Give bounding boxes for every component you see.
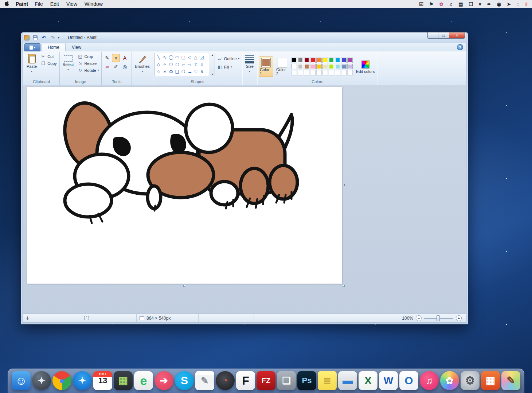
clipboard-menu-icon[interactable]: ❐ bbox=[469, 1, 473, 7]
apple-menu-icon[interactable] bbox=[4, 1, 9, 7]
palette-swatch-empty[interactable] bbox=[310, 70, 316, 75]
skype-dock-icon[interactable]: S bbox=[175, 371, 194, 390]
photoshop-dock-icon[interactable]: Ps bbox=[297, 371, 316, 390]
paste-button[interactable]: Paste ▾ bbox=[25, 53, 38, 74]
font-book-dock-icon[interactable]: F bbox=[236, 371, 255, 390]
redo-button[interactable]: ↷ bbox=[49, 34, 56, 41]
palette-swatch[interactable] bbox=[322, 64, 328, 69]
polygon-shape[interactable]: ◁ bbox=[187, 54, 193, 61]
flag-menu-icon[interactable]: ⚑ bbox=[429, 1, 434, 7]
triangle-shape[interactable]: △ bbox=[193, 54, 199, 61]
palette-swatch[interactable] bbox=[341, 58, 347, 63]
tab-view[interactable]: View bbox=[66, 43, 87, 51]
five-point-star-shape[interactable]: ☆ bbox=[156, 68, 162, 75]
color2-button[interactable]: Color 2 bbox=[275, 57, 290, 77]
image-capture-dock-icon[interactable]: ❏ bbox=[277, 371, 296, 390]
right-triangle-shape[interactable]: ◿ bbox=[199, 54, 205, 61]
display-menu-icon[interactable]: ▤ bbox=[458, 1, 463, 7]
canvas-resize-handle-bottom[interactable] bbox=[183, 285, 185, 287]
palette-swatch[interactable] bbox=[329, 64, 334, 69]
palette-swatch[interactable] bbox=[347, 58, 353, 63]
select-button[interactable]: Select ▾ bbox=[61, 53, 75, 72]
lightning-shape[interactable]: ↯ bbox=[199, 68, 205, 75]
minimize-button[interactable]: – bbox=[427, 32, 438, 39]
palette-swatch[interactable] bbox=[292, 64, 297, 69]
zoom-in-button[interactable]: + bbox=[456, 315, 462, 321]
palette-swatch[interactable] bbox=[292, 58, 297, 63]
crop-button[interactable]: ◱ Crop bbox=[76, 53, 100, 60]
canvas-resize-handle-corner[interactable] bbox=[343, 285, 345, 287]
heart-shape[interactable]: ♡ bbox=[193, 68, 199, 75]
word-dock-icon[interactable]: W bbox=[379, 371, 398, 390]
canvas-resize-handle-right[interactable] bbox=[343, 184, 345, 186]
palette-swatch-empty[interactable] bbox=[298, 70, 303, 75]
palette-swatch-empty[interactable] bbox=[329, 70, 334, 75]
system-preferences-dock-icon[interactable]: ⚙ bbox=[461, 371, 480, 390]
filezilla-dock-icon[interactable]: FZ bbox=[257, 371, 275, 390]
palette-swatch[interactable] bbox=[304, 64, 309, 69]
safari-dock-icon[interactable]: ✦ bbox=[73, 371, 92, 390]
copy-button[interactable]: ❐ Copy bbox=[39, 60, 58, 67]
palette-swatch[interactable] bbox=[335, 58, 340, 63]
six-point-star-shape[interactable]: ✶ bbox=[162, 68, 168, 75]
menu-file[interactable]: File bbox=[35, 1, 43, 7]
palette-swatch[interactable] bbox=[316, 58, 322, 63]
palette-swatch[interactable] bbox=[335, 64, 340, 69]
calculator-dock-icon[interactable]: ▦ bbox=[114, 371, 133, 390]
palette-swatch-empty[interactable] bbox=[341, 70, 347, 75]
fill-tool[interactable]: ▼ bbox=[112, 54, 120, 62]
scroll-down-icon[interactable]: ▼ bbox=[211, 73, 214, 75]
palette-swatch[interactable] bbox=[310, 58, 316, 63]
shapes-gallery-scrollbar[interactable]: ▲ ▼ bbox=[210, 53, 215, 76]
cut-button[interactable]: ✂ Cut bbox=[39, 53, 58, 60]
pinwheel-menu-icon[interactable]: ✿ bbox=[439, 1, 443, 7]
eraser-tool[interactable]: ▰ bbox=[103, 63, 111, 71]
oval-callout-shape[interactable]: ❍ bbox=[180, 68, 187, 75]
ink-menu-icon[interactable]: ✒ bbox=[487, 1, 491, 7]
menu-view[interactable]: View bbox=[66, 1, 77, 7]
scroll-up-icon[interactable]: ▲ bbox=[211, 54, 214, 56]
undo-button[interactable]: ↶ bbox=[40, 34, 47, 41]
evernote-menu-icon[interactable]: ◉ bbox=[497, 1, 501, 7]
file-menu-button[interactable]: ▾ bbox=[24, 43, 40, 51]
hexagon-shape[interactable]: ⬡ bbox=[174, 61, 180, 68]
cursor-menu-icon[interactable]: ➤ bbox=[507, 1, 511, 7]
palette-swatch-empty[interactable] bbox=[335, 70, 340, 75]
up-arrow-shape[interactable]: ⇧ bbox=[193, 61, 199, 68]
left-arrow-shape[interactable]: ⇦ bbox=[180, 61, 187, 68]
rounded-rectangle-shape[interactable]: ▢ bbox=[180, 54, 187, 61]
calendar-dock-icon[interactable]: OCT 13 bbox=[93, 371, 112, 390]
textedit-dock-icon[interactable]: ✎ bbox=[195, 371, 214, 390]
palette-swatch[interactable] bbox=[298, 64, 303, 69]
curve-shape[interactable]: ∿ bbox=[162, 54, 168, 61]
volume-menu-icon[interactable]: ♫ bbox=[449, 1, 453, 7]
help-button[interactable]: ? bbox=[457, 44, 463, 50]
palette-swatch[interactable] bbox=[322, 58, 328, 63]
palette-swatch[interactable] bbox=[310, 64, 316, 69]
finder-dock-icon[interactable]: ☺ bbox=[12, 371, 31, 390]
stickies-dock-icon[interactable]: ≣ bbox=[318, 371, 337, 390]
red-arrow-app-dock-icon[interactable]: ➔ bbox=[154, 371, 173, 390]
chrome-dock-icon[interactable]: ● bbox=[52, 371, 71, 390]
zoom-slider[interactable] bbox=[424, 318, 453, 319]
cloud-callout-shape[interactable]: ☁ bbox=[187, 68, 193, 75]
down-arrow-shape[interactable]: ⇩ bbox=[199, 61, 205, 68]
evernote-dock-icon[interactable]: e bbox=[134, 371, 153, 390]
edit-colors-button[interactable]: Edit colors bbox=[355, 59, 376, 74]
launchpad-dock-icon[interactable]: ✦ bbox=[32, 371, 51, 390]
palette-swatch-empty[interactable] bbox=[292, 70, 297, 75]
titlebar[interactable]: ↶ ↷ ▾ Untitled - Paint – ❐ ✕ bbox=[23, 32, 466, 43]
four-point-star-shape[interactable]: ✧ bbox=[162, 61, 168, 68]
right-arrow-shape[interactable]: ⇨ bbox=[187, 61, 193, 68]
paint-dock-icon[interactable]: ✎ bbox=[501, 371, 520, 390]
menubar-app-name[interactable]: Paint bbox=[16, 1, 28, 7]
dropdown-menu-icon[interactable]: ▾ bbox=[479, 1, 481, 7]
qat-dropdown-button[interactable]: ▾ bbox=[58, 36, 59, 39]
menu-edit[interactable]: Edit bbox=[50, 1, 59, 7]
magnifier-tool[interactable]: ◎ bbox=[121, 63, 129, 71]
zoom-slider-handle[interactable] bbox=[437, 315, 440, 321]
palette-swatch[interactable] bbox=[329, 58, 334, 63]
menu-window[interactable]: Window bbox=[85, 1, 103, 7]
star-badge-shape[interactable]: ✪ bbox=[168, 68, 174, 75]
pentagon-shape[interactable]: ⬠ bbox=[168, 61, 174, 68]
